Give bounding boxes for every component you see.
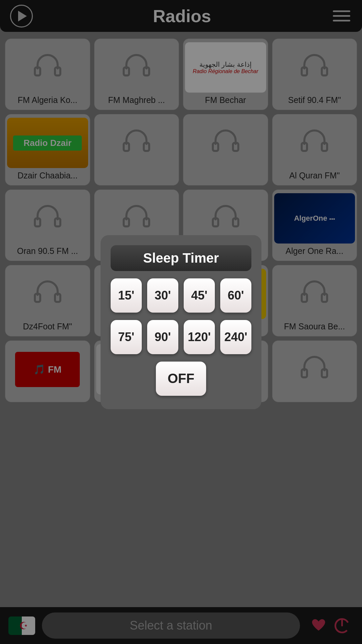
timer-row-3: OFF — [111, 362, 251, 396]
sleep-timer-title: Sleep Timer — [143, 251, 219, 265]
timer-120-button[interactable]: 120' — [184, 320, 215, 354]
timer-240-button[interactable]: 240' — [220, 320, 251, 354]
sleep-timer-modal: Sleep Timer 15' 30' 45' 60' 75' 90' 120'… — [101, 235, 261, 409]
timer-30-button[interactable]: 30' — [147, 278, 178, 313]
timer-off-button[interactable]: OFF — [156, 362, 206, 396]
timer-90-button[interactable]: 90' — [147, 320, 178, 354]
timer-15-button[interactable]: 15' — [111, 278, 142, 313]
timer-row-2: 75' 90' 120' 240' — [111, 320, 251, 354]
sleep-timer-title-bar: Sleep Timer — [111, 245, 251, 271]
timer-45-button[interactable]: 45' — [184, 278, 215, 313]
modal-overlay[interactable]: Sleep Timer 15' 30' 45' 60' 75' 90' 120'… — [0, 0, 362, 644]
timer-row-1: 15' 30' 45' 60' — [111, 278, 251, 313]
timer-60-button[interactable]: 60' — [220, 278, 251, 313]
timer-75-button[interactable]: 75' — [111, 320, 142, 354]
